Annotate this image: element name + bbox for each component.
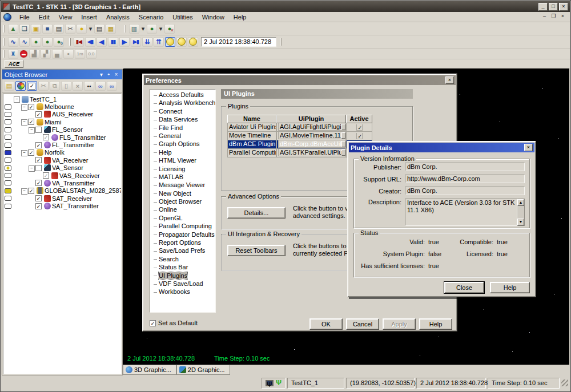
draw-color-box[interactable]	[3, 119, 13, 124]
tree-checkbox[interactable]	[28, 104, 34, 110]
tree-item[interactable]: FL_Transmitter	[3, 141, 121, 148]
category-item[interactable]: VDF Save/Load	[152, 280, 215, 288]
pin-icon[interactable]: ᛭	[105, 71, 112, 78]
minimize-button[interactable]: _	[538, 3, 548, 11]
field-value[interactable]: Interface to ACE (Version 3.03 for STK 1…	[405, 199, 517, 226]
active-checkbox[interactable]	[356, 124, 363, 131]
category-item[interactable]: Status Bar	[152, 264, 215, 272]
plugin-row[interactable]: Aviator Ui Plugins AGI.AgUiFlightUiPlugi…	[227, 123, 399, 132]
chart-gray-icon[interactable]	[29, 49, 39, 59]
clock-x-icon[interactable]	[188, 37, 198, 47]
reset-icon[interactable]	[74, 37, 84, 47]
category-item[interactable]: Help	[152, 149, 215, 157]
browse-button[interactable]	[341, 132, 345, 139]
interval-gray-icon[interactable]	[75, 49, 85, 59]
draw-color-box[interactable]	[3, 135, 13, 140]
menu-item[interactable]: Insert	[77, 13, 102, 22]
report-icon[interactable]	[129, 24, 139, 34]
tree-item[interactable]: FL_Sensor	[3, 126, 121, 134]
tree-item[interactable]: FLS_Transmitter	[3, 134, 121, 141]
plugin-name-cell[interactable]: Movie Timeline	[227, 132, 276, 140]
menu-item[interactable]: Help	[229, 13, 251, 22]
notes-icon[interactable]	[106, 24, 116, 34]
plugin-name-cell[interactable]: Aviator Ui Plugins	[227, 123, 276, 132]
category-item[interactable]: Object Browser	[152, 198, 215, 206]
printer-icon[interactable]	[94, 24, 104, 34]
column-uiplugin[interactable]: UiPlugin	[276, 115, 346, 123]
field-value[interactable]: dBm Corp.	[405, 163, 525, 171]
draw-color-box[interactable]	[3, 127, 13, 132]
tree-item[interactable]: VA_Receiver	[3, 156, 121, 164]
category-item[interactable]: HTML Viewer	[152, 157, 215, 165]
globe-check-icon[interactable]	[42, 37, 53, 47]
step-back-icon[interactable]	[85, 37, 95, 47]
category-item[interactable]: Licensing	[152, 165, 215, 173]
close-button[interactable]: ×	[559, 3, 568, 11]
stop-icon[interactable]	[19, 50, 28, 58]
category-item[interactable]: Data Services	[152, 116, 215, 124]
expander-icon[interactable]	[29, 112, 35, 117]
expander-icon[interactable]	[29, 165, 35, 171]
plugin-details-close-button[interactable]: ×	[524, 144, 533, 151]
draw-color-box[interactable]	[3, 165, 13, 171]
plugin-uiplugin-cell[interactable]: dBm-Corp.dBmAceUiPlugin	[276, 140, 346, 149]
window-icon[interactable]	[19, 24, 30, 34]
dialog-button[interactable]: Help	[419, 318, 452, 330]
plugin-name-cell[interactable]: Parallel Computing	[227, 149, 276, 157]
notebook-icon[interactable]	[4, 81, 14, 91]
toolbar-grip[interactable]	[3, 38, 5, 46]
expander-icon[interactable]	[21, 119, 27, 124]
dialog-button[interactable]: Apply	[383, 318, 416, 330]
menu-item[interactable]: Scenario	[134, 13, 168, 22]
menu-item[interactable]: Analysis	[102, 13, 134, 22]
plugin-name-cell[interactable]: dBm ACE Plugin	[227, 140, 276, 149]
tree-item[interactable]: GLOBALSTAR_M028_25875	[3, 187, 121, 195]
globe-pencil-icon[interactable]	[147, 24, 157, 34]
link-add-icon[interactable]	[107, 81, 117, 91]
plugin-details-titlebar[interactable]: Plugin Details ×	[349, 143, 534, 152]
category-item[interactable]: Graph Options	[152, 140, 215, 148]
open-folder-icon[interactable]	[31, 24, 41, 34]
category-item[interactable]: Access Defaults	[152, 91, 215, 99]
tree-checkbox[interactable]	[35, 195, 42, 201]
tree-checkbox[interactable]	[28, 119, 34, 125]
preferences-titlebar[interactable]: Preferences ×	[144, 75, 456, 85]
copy-gray-icon[interactable]	[50, 81, 60, 91]
delete-gray-icon[interactable]	[73, 81, 83, 91]
tree-checkbox[interactable]	[35, 157, 42, 163]
caret-down-icon[interactable]	[158, 24, 163, 34]
category-item[interactable]: UI Plugins	[152, 272, 215, 280]
tree-checkbox[interactable]	[35, 180, 42, 186]
plugin-active-cell[interactable]	[346, 123, 372, 132]
expander-icon[interactable]	[29, 127, 35, 132]
plugin-uiplugin-cell[interactable]: AGI.STKParallel.UiPlugin11	[276, 149, 346, 157]
draw-color-box[interactable]	[3, 150, 13, 155]
details-button[interactable]: Details...	[227, 207, 286, 219]
expander-icon[interactable]	[36, 135, 42, 140]
expander-icon[interactable]	[29, 180, 35, 185]
browse-button[interactable]	[341, 149, 345, 156]
tree-item[interactable]: TestTC_1	[3, 95, 121, 103]
animation-time-field[interactable]: 2 Jul 2012 18:38:40.728	[201, 37, 276, 47]
plugin-uiplugin-cell[interactable]: AGI.MovieTimeline.11	[276, 132, 346, 140]
scroll-down-icon[interactable]: ▼	[517, 219, 524, 225]
ace-button[interactable]: ACE	[5, 60, 23, 68]
category-item[interactable]: Report Options	[152, 239, 215, 247]
find-icon[interactable]	[84, 81, 94, 91]
category-item[interactable]: Save/Load Prefs	[152, 247, 215, 255]
pause-icon[interactable]	[108, 37, 118, 47]
expander-icon[interactable]	[29, 204, 35, 209]
tree-item[interactable]: SAT_Receiver	[3, 195, 121, 202]
clock-realtime-icon[interactable]	[165, 37, 175, 47]
save-icon[interactable]	[42, 24, 53, 34]
plugin-uiplugin-cell[interactable]: AGI.AgUiFlightUiPlugins	[276, 123, 346, 132]
reset-toolbars-button[interactable]: Reset Toolbars	[227, 245, 286, 256]
toolbar-grip[interactable]	[280, 38, 282, 46]
tree-item[interactable]: VAS_Receiver	[3, 172, 121, 179]
draw-color-box[interactable]	[3, 157, 13, 163]
active-checkbox[interactable]	[356, 133, 363, 139]
toolbar-grip[interactable]	[69, 38, 71, 46]
resize-grip[interactable]	[561, 379, 568, 386]
expander-icon[interactable]	[21, 150, 27, 155]
print-icon[interactable]	[54, 24, 64, 34]
